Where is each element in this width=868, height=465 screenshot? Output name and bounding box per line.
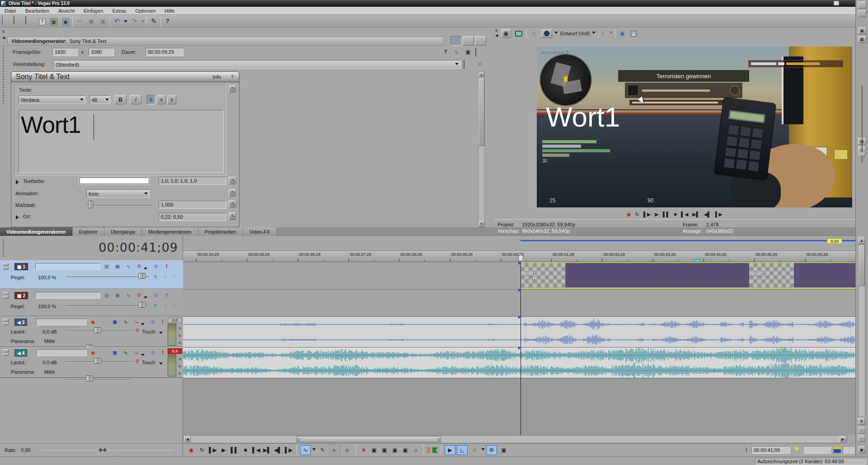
save-icon[interactable] [25,16,35,26]
track-fx-icon[interactable]: ∿ [133,319,140,325]
tab-videomediengeneratoren[interactable]: Videomediengeneratoren [0,227,73,236]
text-edit-area[interactable]: Wort1 [19,110,224,173]
textcolor-clock-icon[interactable]: ◷ [229,177,236,184]
compositing-mode-icon[interactable]: α [152,302,159,308]
track3-pan-value[interactable]: Mitte [44,338,55,344]
marker-tool-icon[interactable] [794,447,799,454]
track3-minimize-icons[interactable] [3,319,9,326]
track-header-1[interactable]: ▦1 ▦ ▣ ∿ ⚙ ⊘ ! Pegel: 100,0 % α ↓ ↑ [0,260,183,289]
docked-window-icon-2[interactable] [858,10,866,17]
loop-region-bar[interactable] [521,240,855,241]
plugin-info-button[interactable]: Info [213,74,221,80]
automation-dropdown-icon[interactable] [144,268,147,272]
dock-arrow-icon[interactable]: ◀ [2,36,5,40]
title-clip2-body[interactable] [794,263,855,287]
track-motion-icon[interactable]: ▣ [114,263,121,269]
video-preview-frame[interactable]: ⚠ Bombenort: B Terroristen gewinnen [537,47,852,207]
automation-settings-icon[interactable]: ⚙ [136,263,143,269]
bypass-motion-blur-icon[interactable]: ▦ [103,292,110,298]
save-preset-icon[interactable] [475,48,476,56]
delete-preset-icon[interactable]: × [475,60,484,68]
italic-button[interactable]: I [130,95,142,104]
record-input-mic-icon[interactable]: ⌇ [743,446,750,454]
rate-slider-handle[interactable]: ◆◆ [99,446,107,453]
view-thumbnails-button[interactable] [475,36,486,46]
track1-level-slider[interactable] [66,272,149,281]
quality-list-arrow-icon[interactable] [592,32,596,36]
go-to-end-button[interactable]: ▶▌ [692,211,699,218]
preview-quality-icon[interactable] [541,29,552,38]
play-from-start-button[interactable]: ▌▶ [643,211,651,218]
hscroll-thumb[interactable] [296,436,441,442]
next-frame-button[interactable]: ▌▶ [284,446,293,454]
record-button[interactable]: ◉ [627,211,631,218]
track2-level-value[interactable]: 100,0 % [38,304,56,309]
position-clock-icon[interactable]: ◷ [229,212,236,220]
textcolor-expand-icon[interactable] [16,180,21,184]
cursor-time-field[interactable]: 00:00:41;09 [751,446,790,454]
timeline-time-display[interactable]: 00:00:41;09 [99,240,178,254]
go-to-start-button[interactable]: ▌◀ [681,211,688,218]
track-header-2[interactable]: ▦2 ▦ ▣ ∿ ⚙ ⊘ ! Pegel: 100,0 % α ↓ ↑ [0,289,183,316]
view-list-button[interactable] [450,36,462,46]
font-family-dropdown[interactable]: Verdana [19,95,85,104]
scale-slider[interactable] [86,201,152,210]
frame-height-input[interactable]: 1080 [89,48,114,56]
record-button[interactable]: ◉ [187,446,196,454]
enable-snapping-icon[interactable]: ▶ [445,445,455,455]
tab-mediengeneratoren[interactable]: Mediengeneratoren [142,227,198,236]
menu-ansicht[interactable]: Ansicht [54,8,79,14]
solo-icon[interactable]: ! [159,319,166,324]
textcolor-swatch[interactable] [79,177,150,184]
make-child-icon[interactable]: ↓ [162,302,169,308]
align-right-icon[interactable]: ≡ [167,95,176,104]
menu-optionen[interactable]: Optionen [131,8,160,14]
preview-close-icon[interactable]: x [495,28,497,33]
insert-marker-icon[interactable] [427,447,431,453]
snap-to-grid-icon[interactable]: ◺ [457,445,468,455]
envelope-hide-icon[interactable]: ∿ [122,350,129,356]
track4-meter[interactable]: 0,4 3 6 9 [168,348,182,376]
scale-clock-icon[interactable]: ◷ [229,200,236,208]
solo-icon[interactable]: ! [163,263,170,269]
snap-dropdown-icon[interactable] [481,448,485,452]
tracks-view[interactable]: Wort1 Wort1 [183,262,855,435]
input-routing-icon[interactable]: ↓ [100,319,108,324]
docked-window-icon-1[interactable] [858,1,866,9]
text-animate-clock-icon[interactable]: ◷ [229,85,236,93]
track3-name-input[interactable] [36,319,87,325]
redo-dropdown-icon[interactable] [141,20,145,24]
menu-hilfe[interactable]: Hilfe [160,8,179,14]
stop-button[interactable]: ■ [241,446,250,454]
go-to-end-button[interactable]: ▶▌ [263,446,272,454]
pause-button[interactable]: ▌▌ [230,446,239,454]
compositing-mode-icon[interactable]: α [152,273,159,279]
track3-lane[interactable] [183,316,855,347]
solo-icon[interactable]: ! [163,292,170,298]
save-frame-icon[interactable] [629,29,638,38]
track2-badge[interactable]: ▦2 [14,292,28,299]
copy-frame-icon[interactable]: ▣ [618,29,627,38]
plugin-title-bar[interactable]: Sony Titel & Text Info ? [11,71,239,82]
lock-envelopes-icon[interactable]: ▣ [498,445,509,455]
track2-minimize-icons[interactable] [3,292,9,299]
track-header-4[interactable]: ◀4 ◉ ↓ ▣ ∿ ∿ ⊘ ! Lautst.: 0,0 dB ⚙ Touch… [0,347,183,378]
scale-value[interactable]: 1,000 [159,201,226,209]
mute-icon[interactable]: ⊘ [149,350,156,356]
bypass-motion-blur-icon[interactable]: ▦ [103,263,110,269]
mute-icon[interactable]: ⊘ [152,263,160,269]
copy-icon[interactable]: ▣ [86,16,96,26]
solo-icon[interactable]: ! [159,350,166,355]
trim-start-icon[interactable]: ▣ [370,446,379,454]
track4-minimize-icons[interactable] [3,349,9,357]
timeline-hscrollbar[interactable]: ◀ ▶ [183,435,847,443]
quality-dropdown-arrow-icon[interactable] [554,32,558,36]
track4-pan-slider[interactable] [66,375,131,383]
undo-icon[interactable]: ↶ [112,16,122,26]
tl-vscroll-thumb[interactable] [859,245,865,286]
plugin-help-icon[interactable]: ? [441,48,450,56]
menu-bearbeiten[interactable]: Bearbeiten [21,8,54,14]
tl-scroll-down-icon[interactable]: ▼ [858,418,865,425]
envelope-tool-icon[interactable]: ✎ [317,445,328,455]
docked-window-icon-4[interactable]: ▦ [858,36,866,43]
